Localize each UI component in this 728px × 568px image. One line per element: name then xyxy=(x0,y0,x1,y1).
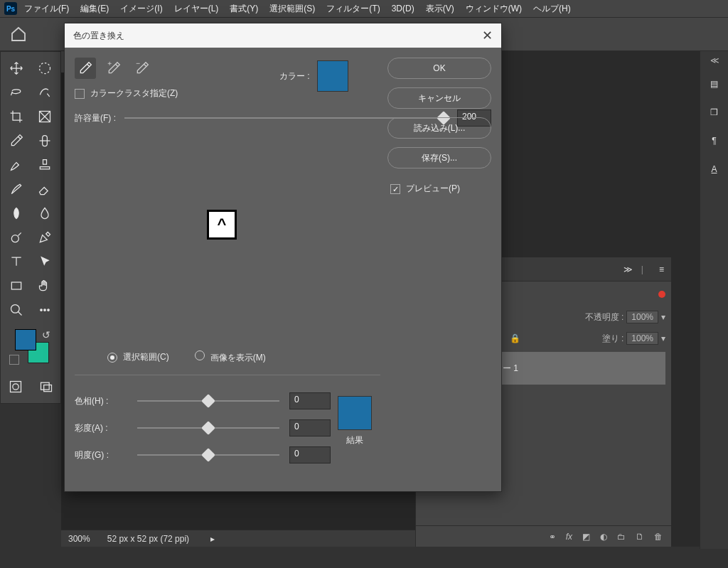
dialog-titlebar[interactable]: 色の置き換え ✕ xyxy=(65,23,501,48)
svg-rect-12 xyxy=(43,385,51,392)
home-icon[interactable] xyxy=(7,23,30,45)
delete-layer-icon[interactable]: 🗑 xyxy=(654,532,663,542)
svg-point-5 xyxy=(11,305,20,314)
swap-colors-icon[interactable]: ↺ xyxy=(42,329,50,341)
color-label: カラー : xyxy=(279,70,310,82)
ok-button[interactable]: OK xyxy=(387,58,491,79)
menu-layer[interactable]: レイヤー(L) xyxy=(170,1,223,16)
svg-rect-9 xyxy=(10,382,21,392)
crop-tool-icon[interactable] xyxy=(5,107,28,126)
default-colors-icon[interactable] xyxy=(9,355,19,365)
hue-slider[interactable] xyxy=(137,395,279,407)
path-select-tool-icon[interactable] xyxy=(33,252,56,271)
marquee-tool-icon[interactable] xyxy=(33,59,56,77)
fuzziness-label: 許容量(F) : xyxy=(75,112,116,124)
panel-collapse-icon[interactable]: ≫ xyxy=(623,264,631,274)
new-layer-icon[interactable]: 🗋 xyxy=(636,532,644,542)
panel-icon-2[interactable]: ❒ xyxy=(700,98,728,127)
menu-3d[interactable]: 3D(D) xyxy=(387,2,419,15)
svg-rect-4 xyxy=(11,282,21,289)
fill-value[interactable]: 100% xyxy=(626,332,658,345)
close-icon[interactable]: ✕ xyxy=(482,28,493,43)
menu-edit[interactable]: 編集(E) xyxy=(76,1,113,16)
fill-dropdown-icon[interactable]: ▾ xyxy=(661,333,665,343)
eraser-tool-icon[interactable] xyxy=(33,180,56,198)
opacity-value[interactable]: 100% xyxy=(626,311,658,323)
result-block: 結果 xyxy=(338,396,372,446)
screenmode-icon[interactable] xyxy=(36,377,56,396)
adjustment-layer-icon[interactable]: ◐ xyxy=(600,532,607,542)
save-button[interactable]: 保存(S)... xyxy=(387,147,491,168)
healing-tool-icon[interactable] xyxy=(33,132,56,150)
menu-image[interactable]: イメージ(I) xyxy=(116,1,166,16)
blur-tool-icon[interactable] xyxy=(33,204,56,223)
menu-view[interactable]: 表示(V) xyxy=(422,1,459,16)
type-tool-icon[interactable] xyxy=(5,252,28,271)
history-brush-tool-icon[interactable] xyxy=(5,180,28,198)
gradient-tool-icon[interactable] xyxy=(5,204,28,223)
selected-color-swatch[interactable] xyxy=(317,60,348,92)
load-button[interactable]: 読み込み(L)... xyxy=(387,117,491,139)
eyedropper-minus-icon[interactable] xyxy=(132,58,153,79)
radio-selection[interactable]: 選択範囲(C) xyxy=(107,351,169,363)
panel-icon-1[interactable]: ▤ xyxy=(700,70,728,98)
panel-icon-3[interactable]: ¶ xyxy=(700,127,728,155)
lightness-slider[interactable] xyxy=(137,449,279,461)
saturation-value[interactable]: 0 xyxy=(289,419,331,436)
lightness-value[interactable]: 0 xyxy=(289,446,331,463)
radio-selection-label: 選択範囲(C) xyxy=(123,352,169,362)
hue-value[interactable]: 0 xyxy=(289,392,331,409)
svg-point-10 xyxy=(12,384,18,390)
pen-tool-icon[interactable] xyxy=(33,228,56,247)
result-swatch[interactable] xyxy=(338,396,372,430)
lasso-tool-icon[interactable] xyxy=(5,83,28,102)
quick-select-tool-icon[interactable] xyxy=(33,83,56,102)
color-swatches: ↺ xyxy=(5,329,56,372)
opacity-dropdown-icon[interactable]: ▾ xyxy=(661,312,665,322)
dodge-tool-icon[interactable] xyxy=(5,228,28,247)
localized-color-clusters-label: カラークラスタ指定(Z) xyxy=(90,87,178,100)
eyedropper-icon[interactable] xyxy=(75,58,96,79)
quickmask-icon[interactable] xyxy=(5,377,26,396)
menu-file[interactable]: ファイル(F) xyxy=(20,1,73,16)
hue-label: 色相(H) : xyxy=(75,395,127,407)
brush-tool-icon[interactable] xyxy=(5,156,28,174)
frame-tool-icon[interactable] xyxy=(33,107,56,126)
edit-toolbar-icon[interactable] xyxy=(33,301,56,319)
menu-bar: Ps ファイル(F) 編集(E) イメージ(I) レイヤー(L) 書式(Y) 選… xyxy=(0,0,728,17)
menu-window[interactable]: ウィンドウ(W) xyxy=(461,1,526,16)
right-panel-strip: ≪ ▤ ❒ ¶ A xyxy=(700,51,728,549)
panel-icon-4[interactable]: A xyxy=(700,155,728,183)
expand-panels-icon[interactable]: ≪ xyxy=(700,51,728,70)
rectangle-tool-icon[interactable] xyxy=(5,277,28,295)
layer-fx-icon[interactable]: fx xyxy=(566,532,572,542)
eyedropper-plus-icon[interactable] xyxy=(103,58,124,79)
foreground-swatch[interactable] xyxy=(15,329,36,350)
menu-select[interactable]: 選択範囲(S) xyxy=(265,1,319,16)
doc-info-menu-icon[interactable]: ▸ xyxy=(210,534,215,544)
zoom-level[interactable]: 300% xyxy=(68,534,90,544)
lightness-label: 明度(G) : xyxy=(75,449,127,461)
menu-filter[interactable]: フィルター(T) xyxy=(322,1,384,16)
new-group-icon[interactable]: 🗀 xyxy=(617,532,626,542)
cancel-button[interactable]: キャンセル xyxy=(387,87,491,109)
panel-menu-icon[interactable]: ≡ xyxy=(659,264,665,274)
preview-checkbox-label: プレビュー(P) xyxy=(406,183,460,195)
saturation-slider[interactable] xyxy=(137,422,279,434)
zoom-tool-icon[interactable] xyxy=(5,301,28,319)
layer-mask-icon[interactable]: ◩ xyxy=(582,532,590,542)
radio-image[interactable]: 画像を表示(M) xyxy=(195,350,266,364)
stamp-tool-icon[interactable] xyxy=(33,156,56,174)
menu-help[interactable]: ヘルプ(H) xyxy=(529,1,575,16)
preview-checkbox[interactable] xyxy=(390,184,400,194)
link-layers-icon[interactable]: ⚭ xyxy=(549,532,556,542)
localized-color-clusters-checkbox[interactable] xyxy=(75,89,85,99)
hand-tool-icon[interactable] xyxy=(33,277,56,295)
svg-point-0 xyxy=(40,63,50,74)
svg-rect-11 xyxy=(41,382,49,390)
move-tool-icon[interactable] xyxy=(5,59,28,77)
menu-type[interactable]: 書式(Y) xyxy=(225,1,262,16)
eyedropper-tool-icon[interactable] xyxy=(5,132,28,150)
lock-all-icon[interactable]: 🔒 xyxy=(507,333,523,343)
ps-logo-icon: Ps xyxy=(4,2,17,15)
